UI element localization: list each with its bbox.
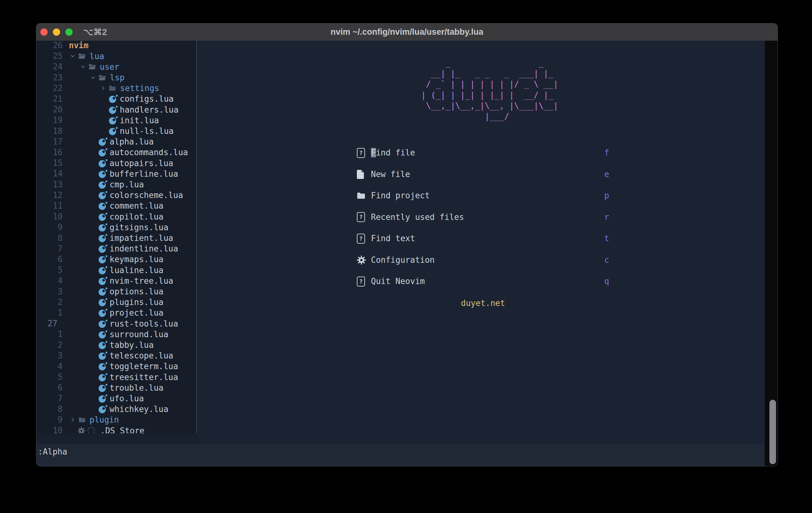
line-number: 10 <box>36 425 63 433</box>
lua-file-icon <box>98 351 107 360</box>
tree-row[interactable]: 26nvim <box>36 41 196 51</box>
line-number: 14 <box>36 168 63 179</box>
fullscreen-button[interactable] <box>65 28 72 36</box>
menu-item-find-text[interactable]: ?Find textt <box>357 233 609 244</box>
window-title: nvim ~/.config/nvim/lua/user/tabby.lua <box>130 24 684 41</box>
tree-row[interactable]: 11comment.lua <box>36 201 196 211</box>
tree-row[interactable]: 7indentline.lua <box>36 243 196 254</box>
tree-entry-label: plugin <box>89 415 119 424</box>
lua-file-icon <box>98 180 107 189</box>
tree-row[interactable]: 25lua <box>36 51 196 62</box>
unknown-glyph-icon: ? <box>357 276 368 287</box>
tree-row[interactable]: 9plugin <box>36 415 196 425</box>
line-number: 9 <box>36 415 63 425</box>
tree-entry-label: lsp <box>110 73 124 82</box>
tree-row[interactable]: 10.DS_Store <box>36 425 196 433</box>
window-separator[interactable] <box>196 41 197 433</box>
line-number: 8 <box>36 233 63 244</box>
titlebar[interactable]: ⌥⌘2 nvim ~/.config/nvim/lua/user/tabby.l… <box>36 24 778 41</box>
menu-item-find-file[interactable]: ?Find filef <box>357 147 609 158</box>
line-number: 18 <box>36 126 63 137</box>
lua-file-icon <box>98 394 107 403</box>
folder-open-icon <box>89 64 96 70</box>
tree-row[interactable]: 10copilot.lua <box>36 211 196 222</box>
tree-row[interactable]: 15autopairs.lua <box>36 158 196 169</box>
tree-row[interactable]: 9gitsigns.lua <box>36 222 196 233</box>
menu-item-quit-neovim[interactable]: ?Quit Neovimq <box>357 276 609 287</box>
tree-row[interactable]: 4toggleterm.lua <box>36 361 196 372</box>
lua-file-icon <box>98 202 107 210</box>
menu-item-label: New file <box>371 169 410 180</box>
tree-row[interactable]: 6trouble.lua <box>36 382 196 393</box>
tree-row[interactable]: 17alpha.lua <box>36 137 196 147</box>
tree-row[interactable]: 2plugins.lua <box>36 297 196 308</box>
lua-file-icon <box>98 148 107 157</box>
line-number: 24 <box>36 61 63 72</box>
line-number: 7 <box>36 393 63 404</box>
scrollbar-thumb[interactable] <box>770 400 776 464</box>
tree-row[interactable]: 22settings <box>36 83 196 94</box>
tree-entry-label: autopairs.lua <box>110 159 173 168</box>
tree-row[interactable]: 5treesitter.lua <box>36 372 196 383</box>
tree-entry: indentline.lua <box>98 243 178 254</box>
tree-entry: nvim <box>69 41 89 51</box>
tree-row[interactable]: 1project.lua <box>36 307 196 319</box>
tree-entry: toggleterm.lua <box>98 361 178 372</box>
tree-row[interactable]: 7ufo.lua <box>36 393 196 404</box>
tree-row[interactable]: 21configs.lua <box>36 93 196 104</box>
tree-entry-label: lua <box>89 52 104 61</box>
tree-entry: settings <box>101 83 160 94</box>
block-cursor: F <box>371 148 376 157</box>
tree-row[interactable]: 5lualine.lua <box>36 265 196 276</box>
menu-item-configuration[interactable]: Configurationc <box>357 254 609 266</box>
tree-row[interactable]: 13cmp.lua <box>36 179 196 190</box>
tree-entry-label: plugins.lua <box>110 298 164 307</box>
tree-entry-label: .DS_Store <box>100 426 145 433</box>
tree-entry-label: telescope.lua <box>110 351 173 360</box>
tree-entry: plugin <box>70 415 119 425</box>
scrollbar-track[interactable] <box>765 41 778 466</box>
menu-item-shortcut: f <box>604 147 609 158</box>
command-line[interactable]: :Alpha <box>36 444 765 466</box>
menu-item-new-file[interactable]: New filee <box>357 169 609 180</box>
tree-row[interactable]: 24user <box>36 61 196 72</box>
tree-entry-label: project.lua <box>110 308 164 318</box>
tree-row[interactable]: 27rust-tools.lua <box>36 318 196 329</box>
line-number: 21 <box>36 93 63 104</box>
tree-row[interactable]: 8impatient.lua <box>36 233 196 244</box>
tree-row[interactable]: 2tabby.lua <box>36 340 196 351</box>
tree-row[interactable]: 14bufferline.lua <box>36 168 196 179</box>
tree-entry-label: ufo.lua <box>110 394 144 403</box>
menu-item-recently-used-files[interactable]: ?Recently used filesr <box>357 212 609 223</box>
chevron-down-icon <box>70 54 75 58</box>
menu-item-shortcut: q <box>604 276 609 287</box>
tree-entry: cmp.lua <box>98 179 144 190</box>
tree-row[interactable]: 12colorscheme.lua <box>36 190 196 201</box>
menu-item-shortcut: c <box>604 254 609 266</box>
line-number: 7 <box>36 243 63 254</box>
lua-file-icon <box>98 276 107 285</box>
tree-row[interactable]: 16autocommands.lua <box>36 147 196 158</box>
tree-row[interactable]: 3options.lua <box>36 286 196 297</box>
close-button[interactable] <box>40 28 48 36</box>
minimize-button[interactable] <box>53 28 60 36</box>
tree-entry: null-ls.lua <box>109 126 174 137</box>
tree-row[interactable]: 19init.lua <box>36 115 196 126</box>
tree-row[interactable]: 8whichkey.lua <box>36 404 196 415</box>
folder-closed-icon <box>109 85 116 91</box>
tree-row[interactable]: 20handlers.lua <box>36 104 196 115</box>
tree-entry: impatient.lua <box>98 233 173 244</box>
tree-row[interactable]: 18null-ls.lua <box>36 126 196 137</box>
tree-row[interactable]: 23lsp <box>36 72 196 83</box>
tree-entry: keymaps.lua <box>98 254 164 265</box>
menu-item-label: Find project <box>371 190 430 201</box>
line-number: 3 <box>36 350 63 361</box>
tree-entry-label: cmp.lua <box>110 180 144 189</box>
tree-row[interactable]: 4nvim-tree.lua <box>36 275 196 286</box>
tree-entry-label: tabby.lua <box>110 340 154 350</box>
tree-row[interactable]: 6keymaps.lua <box>36 254 196 265</box>
line-number: 20 <box>36 104 63 115</box>
tree-row[interactable]: 1surround.lua <box>36 329 196 340</box>
menu-item-find-project[interactable]: Find projectp <box>357 190 609 201</box>
tree-row[interactable]: 3telescope.lua <box>36 350 196 361</box>
